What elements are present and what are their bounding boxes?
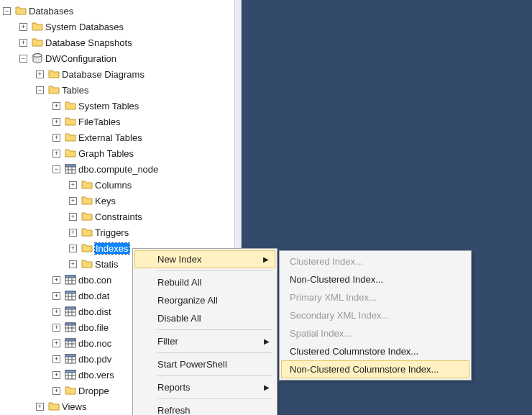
svg-rect-33	[65, 355, 75, 357]
collapse-icon[interactable]: −	[52, 165, 60, 173]
folder-icon	[65, 385, 76, 396]
tree-item-external-tables[interactable]: + External Tables	[3, 129, 234, 145]
tree-item-columns[interactable]: + Columns	[3, 177, 234, 193]
tree-item-compute-node[interactable]: − dbo.compute_node	[3, 161, 234, 177]
menu-item-rebuild-all[interactable]: Rebuild All	[134, 273, 275, 291]
tree-label: Graph Tables	[78, 148, 134, 159]
folder-icon	[81, 258, 93, 270]
submenu-arrow-icon: ▶	[263, 255, 269, 263]
menu-label: Clustered Columnstore Index...	[290, 346, 418, 357]
menu-item-start-powershell[interactable]: Start PowerShell	[134, 355, 275, 373]
tree-label: Constraints	[95, 211, 142, 222]
collapse-icon[interactable]: −	[19, 55, 27, 63]
tree-label: dbo.noc	[78, 338, 111, 349]
expand-icon[interactable]: +	[19, 39, 27, 47]
expand-icon[interactable]: +	[52, 308, 60, 316]
expand-icon[interactable]: +	[69, 197, 77, 205]
submenu-item-non-clustered-columnstore-index[interactable]: Non-Clustered Columnstore Index...	[281, 360, 469, 378]
submenu-item-clustered-index: Clustered Index...	[281, 252, 469, 270]
svg-rect-18	[65, 307, 75, 309]
expand-icon[interactable]: +	[52, 118, 60, 126]
expand-icon[interactable]: +	[36, 403, 44, 411]
expand-icon[interactable]: +	[69, 229, 77, 237]
tree-item-graph-tables[interactable]: + Graph Tables	[3, 145, 234, 161]
collapse-icon[interactable]: −	[36, 86, 44, 94]
menu-label: Secondary XML Index...	[290, 310, 389, 321]
menu-separator	[157, 270, 272, 271]
svg-point-1	[33, 54, 42, 57]
expand-icon[interactable]: +	[52, 339, 60, 347]
tree-label: dbo.con	[78, 275, 111, 286]
menu-item-refresh[interactable]: Refresh	[134, 401, 275, 415]
tree-item-dwconfiguration[interactable]: − DWConfiguration	[3, 50, 234, 66]
table-icon	[65, 306, 76, 317]
folder-icon	[65, 132, 76, 143]
table-icon	[65, 353, 76, 365]
folder-icon	[81, 211, 93, 222]
tree-item-system-databases[interactable]: + System Databases	[3, 19, 234, 35]
menu-label: Reorganize All	[157, 295, 218, 306]
folder-icon	[15, 5, 27, 17]
expand-icon[interactable]: +	[52, 150, 60, 158]
tree-item-tables[interactable]: − Tables	[3, 82, 234, 98]
context-menu: New Index ▶ Rebuild All Reorganize All D…	[132, 248, 278, 415]
expand-icon[interactable]: +	[36, 70, 44, 78]
expand-icon[interactable]: +	[69, 245, 77, 252]
tree-item-database-snapshots[interactable]: + Database Snapshots	[3, 35, 234, 50]
tree-label: Views	[62, 401, 86, 412]
tree-label: Databases	[29, 6, 73, 17]
folder-icon	[81, 242, 93, 254]
svg-rect-38	[65, 370, 75, 373]
expand-icon[interactable]: +	[19, 23, 27, 31]
submenu-new-index: Clustered Index... Non-Clustered Index..…	[279, 250, 472, 380]
collapse-icon[interactable]: −	[3, 7, 11, 15]
tree-label: Indexes	[95, 243, 129, 254]
expand-icon[interactable]: +	[52, 387, 60, 395]
submenu-item-clustered-columnstore-index[interactable]: Clustered Columnstore Index...	[281, 342, 469, 360]
table-icon	[65, 337, 76, 349]
expand-icon[interactable]: +	[52, 355, 60, 363]
tree-label: Database Snapshots	[45, 37, 132, 48]
tree-item-filetables[interactable]: + FileTables	[3, 114, 234, 129]
folder-icon	[65, 100, 76, 111]
tree-label: External Tables	[78, 132, 142, 143]
menu-label: New Index	[157, 254, 201, 265]
expand-icon[interactable]: +	[52, 134, 60, 142]
menu-label: Filter	[157, 336, 178, 347]
tree-item-database-diagrams[interactable]: + Database Diagrams	[3, 66, 234, 82]
tree-item-system-tables[interactable]: + System Tables	[3, 98, 234, 114]
tree-label: FileTables	[78, 117, 121, 127]
table-icon	[65, 290, 76, 301]
table-icon	[65, 163, 76, 175]
tree-label: dbo.compute_node	[78, 164, 158, 175]
menu-item-filter[interactable]: Filter ▶	[134, 332, 275, 350]
expand-icon[interactable]: +	[52, 292, 60, 300]
tree-item-constraints[interactable]: + Constraints	[3, 209, 234, 224]
expand-icon[interactable]: +	[52, 371, 60, 379]
tree-item-keys[interactable]: + Keys	[3, 193, 234, 209]
tree-item-databases[interactable]: − Databases	[3, 3, 234, 19]
menu-label: Non-Clustered Index...	[290, 274, 383, 285]
expand-icon[interactable]: +	[52, 276, 60, 284]
tree-item-triggers[interactable]: + Triggers	[3, 224, 234, 240]
tree-label: dbo.dist	[78, 306, 111, 317]
expand-icon[interactable]: +	[69, 260, 77, 268]
submenu-item-non-clustered-index[interactable]: Non-Clustered Index...	[281, 270, 469, 288]
menu-item-reorganize-all[interactable]: Reorganize All	[134, 291, 275, 309]
menu-separator	[157, 329, 272, 330]
table-icon	[65, 274, 76, 286]
expand-icon[interactable]: +	[69, 181, 77, 189]
submenu-item-primary-xml-index: Primary XML Index...	[281, 288, 469, 306]
database-icon	[32, 53, 43, 64]
svg-rect-13	[65, 291, 75, 293]
menu-item-reports[interactable]: Reports ▶	[134, 378, 275, 396]
expand-icon[interactable]: +	[52, 102, 60, 110]
expand-icon[interactable]: +	[69, 213, 77, 221]
svg-rect-8	[65, 275, 75, 278]
menu-label: Refresh	[157, 405, 191, 415]
menu-item-new-index[interactable]: New Index ▶	[134, 250, 275, 268]
tree-label: DWConfiguration	[45, 53, 116, 64]
menu-item-disable-all[interactable]: Disable All	[134, 309, 275, 327]
menu-separator	[157, 375, 272, 376]
expand-icon[interactable]: +	[52, 324, 60, 332]
